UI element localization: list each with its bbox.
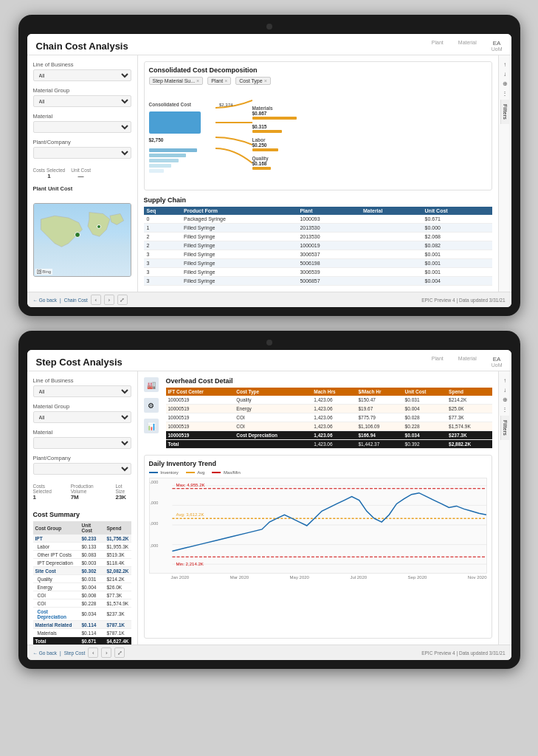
supply-row-3b[interactable]: 3 Filled Syringe 5006198 $0.001 bbox=[144, 259, 492, 268]
costs-selected-info: Costs Selected 1 bbox=[33, 168, 66, 179]
nav-expand-btn[interactable]: ⤢ bbox=[117, 295, 128, 305]
nav-next-btn[interactable]: › bbox=[104, 295, 114, 305]
decomp-filter-cost-type-close[interactable]: × bbox=[264, 78, 267, 83]
overhead-icons: 🏭 ⚙ 📊 bbox=[144, 377, 162, 433]
cs-row-other-ipt[interactable]: Other IPT Costs $0.083 $519.3K bbox=[33, 551, 131, 559]
step-mg-select[interactable]: All bbox=[33, 411, 131, 423]
step-pc-select[interactable] bbox=[33, 463, 131, 475]
step-cost-link[interactable]: Step Cost bbox=[64, 650, 86, 656]
cs-row-site[interactable]: Site Cost $0.302 $2,082.2K bbox=[33, 567, 131, 575]
svg-text:Min: 2,214.2K: Min: 2,214.2K bbox=[176, 562, 203, 566]
step-body: Line of Business All Material Group All … bbox=[27, 371, 511, 645]
line-of-business-select[interactable]: All bbox=[33, 69, 131, 81]
oh-row-5[interactable]: 10000519 Cost Depreciation 1,423.06 $166… bbox=[166, 431, 492, 440]
supply-table-body: 0 Packaged Syringe 1000093 $0.671 1 Fill… bbox=[144, 215, 492, 286]
plant-company-filter: Plant/Company bbox=[33, 139, 131, 159]
chain-left-panel: Line of Business All Material Group All … bbox=[27, 55, 138, 292]
decomp-filter-step-close[interactable]: × bbox=[196, 78, 199, 83]
step-nav-prev-btn[interactable]: ‹ bbox=[88, 647, 98, 658]
production-volume-step: Production Volume 7M bbox=[71, 484, 107, 501]
cs-row-cost-dep[interactable]: Cost Depreciation $0.034 $237.3K bbox=[33, 608, 131, 621]
cs-row-materials[interactable]: Materials $0.114 $787.1K bbox=[33, 629, 131, 637]
step-material-filter: Material bbox=[33, 429, 131, 449]
cost-type-2: $0.315 bbox=[252, 124, 487, 133]
supply-row-3d[interactable]: 3 Filled Syringe 5006857 $0.004 bbox=[144, 277, 492, 286]
legend-avg: Avg bbox=[186, 470, 205, 475]
chain-header-filters: Plant Material EA UoM bbox=[432, 40, 503, 52]
step-nav-expand-btn[interactable]: ⤢ bbox=[114, 647, 125, 658]
legend-max-line bbox=[212, 472, 221, 473]
cost-type-materials: Materials $0.867 bbox=[252, 106, 487, 120]
cs-row-labor[interactable]: Labor $0.133 $1,955.3K bbox=[33, 543, 131, 551]
material-select[interactable] bbox=[33, 121, 131, 133]
supply-row-1[interactable]: 1 Filled Syringe 2013530 $0.000 bbox=[144, 224, 492, 233]
oh-row-3[interactable]: 10000519 COI 1,423.06 $775.79 $0.028 $77… bbox=[166, 413, 492, 422]
cost-summary-title: Cost Summary bbox=[33, 511, 131, 518]
cs-row-coi2[interactable]: COI $0.228 $1,574.9K bbox=[33, 599, 131, 608]
cs-row-energy[interactable]: Energy $0.004 $26.0K bbox=[33, 583, 131, 591]
filter-down-icon[interactable]: ↓ bbox=[503, 71, 506, 78]
step-nav-next-btn[interactable]: › bbox=[101, 647, 111, 658]
sankey-bar-4 bbox=[149, 164, 171, 168]
chain-main-panel: Consolidated Cost Decomposition Step Mat… bbox=[138, 55, 498, 292]
material-group-select[interactable]: All bbox=[33, 95, 131, 107]
plant-company-select[interactable] bbox=[33, 147, 131, 159]
overhead-section: 🏭 ⚙ 📊 Overhead Cost Detail IFT Cost Cent… bbox=[144, 377, 492, 449]
col-product-form: Product Form bbox=[181, 207, 297, 215]
decomp-filter-plant[interactable]: Plant × bbox=[207, 77, 231, 85]
decomp-filters: Step Material Su... × Plant × Cost Type … bbox=[149, 77, 487, 85]
cost-type-materials-bar bbox=[252, 117, 297, 120]
cost-type-labor: Labor $0.250 bbox=[252, 137, 487, 151]
chain-cost-link[interactable]: Chain Cost bbox=[64, 298, 88, 303]
plant-filter-header: Plant bbox=[432, 40, 444, 52]
cost-type-quality-bar bbox=[252, 167, 271, 170]
chain-body: Line of Business All Material Group All … bbox=[27, 55, 511, 292]
step-filter-expand-icon[interactable]: ⊕ bbox=[503, 396, 508, 403]
step-ea-filter: EA UoM bbox=[492, 356, 503, 368]
cs-row-ipt[interactable]: IPT $0.233 $1,756.2K bbox=[33, 535, 131, 543]
step-filter-up-icon[interactable]: ↑ bbox=[503, 377, 506, 384]
oh-row-2[interactable]: 10000519 Energy 1,423.06 $19.67 $0.004 $… bbox=[166, 405, 492, 413]
chart-title: Daily Inventory Trend bbox=[149, 460, 487, 467]
decomp-chart: Consolidated Cost $2,750 bbox=[149, 89, 487, 185]
map-title: Plant Unit Cost bbox=[33, 185, 131, 192]
overhead-header: IFT Cost Center Cost Type Mach Hrs $/Mac… bbox=[166, 388, 492, 396]
cost-type-quality: Quality $0.168 bbox=[252, 156, 487, 170]
oh-row-4[interactable]: 10000519 COI 1,423.06 $1,106.09 $0.228 $… bbox=[166, 422, 492, 431]
cs-row-quality[interactable]: Quality $0.031 $214.2K bbox=[33, 575, 131, 583]
decomp-filter-cost-type[interactable]: Cost Type × bbox=[235, 77, 270, 85]
cs-row-ipt-dep[interactable]: IPT Depreciation $0.003 $118.4K bbox=[33, 559, 131, 567]
supply-row-0[interactable]: 0 Packaged Syringe 1000093 $0.671 bbox=[144, 215, 492, 224]
go-back-btn[interactable]: ← Go back bbox=[33, 298, 58, 303]
inventory-chart-section: Daily Inventory Trend Inventory Avg M bbox=[144, 455, 492, 639]
step-filters-label: Filters bbox=[500, 416, 509, 440]
supply-row-3c[interactable]: 3 Filled Syringe 3006539 $0.001 bbox=[144, 268, 492, 277]
filter-up-icon[interactable]: ↑ bbox=[503, 61, 506, 68]
cs-row-coi1[interactable]: COI $0.008 $77.3K bbox=[33, 591, 131, 599]
step-cost-screen: Step Cost Analysis Plant Material EA UoM… bbox=[27, 350, 511, 660]
supply-row-2b[interactable]: 2 Filled Syringe 1000019 $0.082 bbox=[144, 241, 492, 250]
step-filter-down-icon[interactable]: ↓ bbox=[503, 387, 506, 394]
decomp-filter-plant-close[interactable]: × bbox=[224, 78, 227, 83]
step-lob-select[interactable]: All bbox=[33, 385, 131, 397]
decomp-filter-step[interactable]: Step Material Su... × bbox=[149, 77, 204, 85]
oh-row-1[interactable]: 10000519 Quality 1,423.06 $150.47 $0.031… bbox=[166, 396, 492, 405]
nav-prev-btn[interactable]: ‹ bbox=[91, 295, 101, 305]
line-of-business-filter: Line of Business All bbox=[33, 61, 131, 81]
filter-settings-icon[interactable]: ⋮ bbox=[502, 90, 508, 97]
supply-table-header: Seq Product Form Plant Material Unit Cos… bbox=[144, 207, 492, 215]
separator: | bbox=[60, 298, 61, 303]
filters-label: Filters bbox=[500, 100, 509, 124]
tablet-chain-cost: Chain Cost Analysis Plant Material EA Uo… bbox=[18, 15, 520, 316]
svg-text:Max: 4,955.2K: Max: 4,955.2K bbox=[176, 483, 204, 487]
cost-summary-body: IPT $0.233 $1,756.2K Labor $0.133 $1,955… bbox=[33, 535, 131, 645]
step-go-back-btn[interactable]: ← Go back bbox=[33, 650, 58, 656]
step-material-filter: Material bbox=[458, 356, 477, 368]
step-filter-settings-icon[interactable]: ⋮ bbox=[502, 406, 508, 413]
step-material-select[interactable] bbox=[33, 437, 131, 449]
filter-expand-icon[interactable]: ⊕ bbox=[503, 80, 508, 87]
cs-row-mat-rel[interactable]: Material Related $0.114 $787.1K bbox=[33, 621, 131, 629]
step-lob-filter: Line of Business All bbox=[33, 377, 131, 397]
supply-row-2a[interactable]: 2 Filled Syringe 2013530 $2.068 bbox=[144, 233, 492, 241]
supply-row-3a[interactable]: 3 Filled Syringe 3006537 $0.001 bbox=[144, 250, 492, 259]
